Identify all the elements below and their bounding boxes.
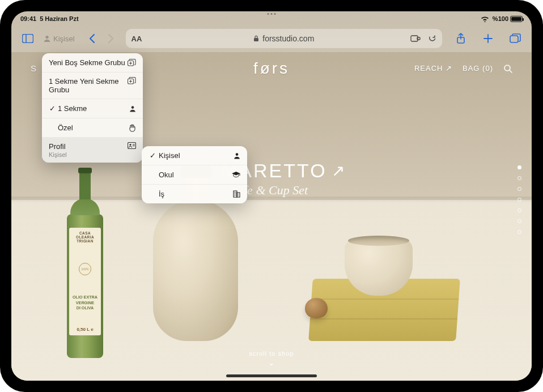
back-button[interactable] bbox=[84, 30, 101, 47]
tabs-button[interactable] bbox=[507, 30, 524, 47]
profile-option-personal[interactable]: ✓ Kişisel bbox=[142, 146, 247, 165]
battery-icon bbox=[510, 16, 523, 22]
page-dot[interactable] bbox=[517, 176, 521, 180]
hero-subtitle: fe & Cup Set bbox=[244, 183, 346, 198]
tab-group-menu: Yeni Boş Sekme Grubu 1 Sekme Yeni Sekme … bbox=[42, 53, 143, 163]
svg-point-17 bbox=[236, 153, 239, 156]
hero-prop-bottle: CASA OLEARIA TRIGIAN 100% OLIO EXTRA VER… bbox=[62, 171, 108, 358]
home-indicator[interactable] bbox=[226, 374, 317, 377]
page-dot[interactable] bbox=[517, 208, 521, 212]
private-hand-icon bbox=[129, 124, 136, 132]
site-reach-link[interactable]: REACH ↗ bbox=[414, 64, 452, 73]
svg-rect-19 bbox=[234, 191, 237, 197]
site-menu-left[interactable]: S bbox=[31, 63, 37, 73]
address-text: forsstudio.com bbox=[262, 34, 314, 43]
hero-prop-cup bbox=[345, 239, 413, 296]
profile-submenu: ✓ Kişisel Okul İş bbox=[142, 146, 247, 203]
menu-item-new-empty-group[interactable]: Yeni Boş Sekme Grubu bbox=[42, 53, 143, 73]
menu-item-new-group-from-tab[interactable]: 1 Sekme Yeni Sekme Grubu bbox=[42, 73, 143, 99]
browser-toolbar: Kişisel AA forsstudio.com bbox=[11, 25, 532, 52]
svg-line-9 bbox=[510, 70, 512, 73]
bottle-volume: 0,50 L e bbox=[71, 327, 99, 332]
share-button[interactable] bbox=[452, 30, 469, 47]
page-dots[interactable] bbox=[517, 165, 521, 234]
building-icon bbox=[233, 190, 240, 198]
svg-point-14 bbox=[129, 144, 131, 146]
svg-rect-20 bbox=[237, 193, 240, 197]
svg-rect-3 bbox=[254, 38, 258, 41]
sidebar-button[interactable] bbox=[19, 30, 36, 47]
menu-item-private[interactable]: Özel bbox=[42, 118, 143, 138]
svg-rect-0 bbox=[23, 35, 33, 43]
menu-item-one-tab[interactable]: ✓1 Sekme bbox=[42, 99, 143, 118]
reader-aa-button[interactable]: AA bbox=[131, 35, 142, 43]
battery-percent: %100 bbox=[493, 15, 508, 22]
forward-button[interactable] bbox=[102, 30, 119, 47]
profile-option-school[interactable]: Okul bbox=[142, 165, 247, 185]
person-icon bbox=[129, 105, 136, 112]
site-bag-link[interactable]: BAG (0) bbox=[463, 64, 493, 73]
svg-rect-4 bbox=[411, 36, 418, 41]
page-dot[interactable] bbox=[517, 230, 521, 234]
graduation-cap-icon bbox=[232, 172, 240, 178]
svg-rect-28 bbox=[238, 195, 239, 196]
menu-item-profile[interactable]: Profil Kişisel bbox=[42, 138, 143, 163]
page-dot[interactable] bbox=[517, 187, 521, 191]
reload-button[interactable] bbox=[428, 35, 436, 43]
site-search-icon[interactable] bbox=[503, 64, 512, 73]
profile-indicator-label: Kişisel bbox=[53, 35, 75, 43]
svg-rect-21 bbox=[235, 192, 235, 193]
svg-rect-23 bbox=[235, 194, 235, 194]
profile-option-work[interactable]: İş bbox=[142, 185, 247, 203]
svg-rect-7 bbox=[510, 36, 518, 42]
multitask-grabber[interactable] bbox=[268, 13, 276, 15]
address-bar[interactable]: AA forsstudio.com bbox=[126, 29, 442, 48]
svg-rect-24 bbox=[236, 194, 236, 194]
status-date: 5 Haziran Pzt bbox=[40, 15, 78, 22]
scroll-hint[interactable]: scroll to shop ⌄ bbox=[249, 350, 294, 367]
svg-rect-25 bbox=[235, 195, 235, 195]
status-time: 09:41 bbox=[20, 15, 36, 22]
new-tab-group-icon bbox=[128, 77, 136, 84]
bottle-brand: CASA OLEARIA TRIGIAN bbox=[71, 231, 99, 243]
page-dot[interactable] bbox=[517, 198, 521, 202]
lock-icon bbox=[253, 35, 259, 42]
status-bar: 09:41 5 Haziran Pzt %100 bbox=[11, 11, 532, 24]
page-dot[interactable] bbox=[517, 219, 521, 223]
svg-rect-22 bbox=[236, 192, 236, 193]
chevron-down-icon: ⌄ bbox=[249, 358, 294, 367]
svg-rect-26 bbox=[236, 195, 236, 195]
svg-point-2 bbox=[45, 36, 48, 39]
profile-indicator[interactable]: Kişisel bbox=[43, 35, 75, 43]
new-tab-button[interactable] bbox=[480, 30, 497, 47]
wifi-icon bbox=[481, 16, 489, 22]
svg-rect-27 bbox=[238, 194, 239, 194]
profile-card-icon bbox=[128, 142, 136, 149]
extensions-button[interactable] bbox=[410, 35, 421, 42]
site-logo[interactable]: førs bbox=[253, 59, 290, 78]
new-tab-group-icon bbox=[128, 59, 136, 66]
bottle-seal: 100% bbox=[79, 263, 91, 275]
page-dot[interactable] bbox=[517, 165, 521, 169]
hero-prop-walnut bbox=[305, 298, 328, 318]
hero-arrow-icon[interactable]: ↗ bbox=[332, 161, 346, 180]
person-icon bbox=[234, 152, 240, 159]
svg-point-12 bbox=[131, 106, 134, 109]
